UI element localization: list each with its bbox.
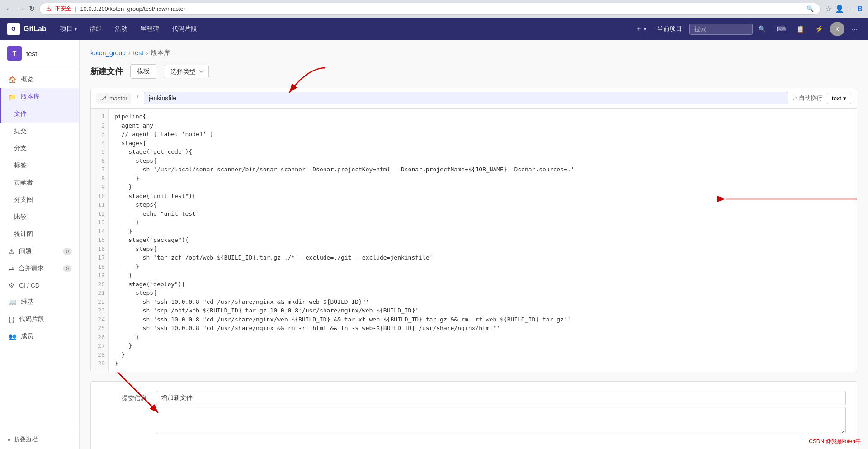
nav-milestones-label: 里程碑 xyxy=(140,25,159,33)
address-text: 10.0.0.200/koten_group/test/new/master xyxy=(80,5,803,12)
browser-bar: ← → ↻ ⚠ 不安全 | 10.0.0.200/koten_group/tes… xyxy=(0,0,868,18)
current-project-btn[interactable]: 当前项目 xyxy=(653,23,686,35)
template-button[interactable]: 模板 xyxy=(130,64,156,79)
commit-description-textarea[interactable] xyxy=(156,407,846,434)
text-format-button[interactable]: text ▾ xyxy=(827,93,851,104)
snippet-icon: { } xyxy=(9,316,14,323)
nav-item-groups[interactable]: 群组 xyxy=(83,18,108,40)
browser-actions: ☆ 👤 ··· B xyxy=(825,5,863,13)
collapse-label: 折叠边栏 xyxy=(14,435,38,444)
sidebar-collapse-btn[interactable]: « 折叠边栏 xyxy=(0,430,79,449)
editor-options: ⇌ 自动换行 text ▾ xyxy=(792,93,851,104)
app-body: T test 🏠 概览 📁 版本库 文件 提交 分支 标签 xyxy=(0,40,868,449)
repo-icon: 📁 xyxy=(9,93,16,100)
sidebar-item-wiki[interactable]: 📖 维基 xyxy=(0,293,79,311)
wrap-label: 自动换行 xyxy=(799,94,822,102)
more-options-btn[interactable]: ··· xyxy=(848,24,861,34)
nav-projects-chevron: ▾ xyxy=(75,27,77,32)
breadcrumb-sep-1: › xyxy=(128,49,131,57)
address-bar[interactable]: ⚠ 不安全 | 10.0.0.200/koten_group/test/new/… xyxy=(39,3,821,15)
auto-wrap-button[interactable]: ⇌ 自动换行 xyxy=(792,94,822,102)
gitlab-logo-icon: G xyxy=(7,23,20,35)
text-format-chevron: ▾ xyxy=(843,95,846,102)
breadcrumb: koten_group › test › 版本库 xyxy=(90,49,857,57)
sidebar-project-name[interactable]: test xyxy=(26,50,37,57)
current-project-label: 当前项目 xyxy=(657,25,682,33)
sidebar-tags-label: 标签 xyxy=(14,161,27,170)
user-avatar[interactable]: K xyxy=(830,22,844,36)
nav-item-projects[interactable]: 项目 ▾ xyxy=(54,18,83,40)
main-content: koten_group › test › 版本库 新建文件 模板 选择类型 xyxy=(80,40,868,449)
code-content[interactable]: pipeline{ agent any // agent { label 'no… xyxy=(109,109,857,372)
forward-button[interactable]: → xyxy=(17,5,24,13)
commit-message-row: 提交信息 ⌟ xyxy=(102,391,846,444)
sidebar: T test 🏠 概览 📁 版本库 文件 提交 分支 标签 xyxy=(0,40,80,449)
nav-item-activity[interactable]: 活动 xyxy=(108,18,134,40)
nav-groups-label: 群组 xyxy=(90,25,102,33)
sidebar-item-snippets[interactable]: { } 代码片段 xyxy=(0,311,79,328)
sidebar-item-compare[interactable]: 比较 xyxy=(0,208,79,226)
issues-btn[interactable]: 📋 xyxy=(793,24,808,34)
gitlab-logo-text: GitLab xyxy=(24,25,47,33)
breadcrumb-project[interactable]: test xyxy=(133,49,144,57)
search-icon: 🔍 xyxy=(807,5,814,12)
nav-item-milestones[interactable]: 里程碑 xyxy=(134,18,165,40)
home-icon: 🏠 xyxy=(9,76,16,83)
project-avatar: T xyxy=(7,46,22,61)
sidebar-item-contributors[interactable]: 贡献者 xyxy=(0,174,79,191)
global-search-input[interactable] xyxy=(689,24,753,35)
commit-form: 提交信息 ⌟ 目标分支 由此更改 新建合并请求 xyxy=(90,381,857,449)
nav-snippets-label: 代码片段 xyxy=(172,25,197,33)
nav-right: ＋▾ 当前项目 🔍 ⌨ 📋 ⚡ K ··· xyxy=(632,22,861,36)
sidebar-item-tags[interactable]: 标签 xyxy=(0,157,79,174)
sidebar-item-overview[interactable]: 🏠 概览 xyxy=(0,71,79,88)
security-warning: ⚠ xyxy=(46,5,52,12)
wrap-icon: ⇌ xyxy=(792,95,797,102)
type-select[interactable]: 选择类型 xyxy=(164,65,209,78)
search-icon-btn[interactable]: 🔍 xyxy=(755,24,769,34)
breadcrumb-group[interactable]: koten_group xyxy=(90,49,126,57)
back-button[interactable]: ← xyxy=(5,5,13,13)
sidebar-item-charts[interactable]: 统计图 xyxy=(0,226,79,243)
editor-container: ⎇ master / ⇌ 自动换行 text ▾ xyxy=(90,88,857,372)
sidebar-item-issues[interactable]: ⚠ 问题 0 xyxy=(0,243,79,260)
reload-button[interactable]: ↻ xyxy=(29,5,35,13)
csdn-watermark: CSDN @我是koten平 xyxy=(809,438,861,445)
commit-message-field: ⌟ xyxy=(156,391,846,444)
sidebar-charts-label: 统计图 xyxy=(14,230,33,238)
sidebar-item-members[interactable]: 👥 成员 xyxy=(0,328,79,345)
nav-item-snippets[interactable]: 代码片段 xyxy=(165,18,203,40)
profile-icon[interactable]: 👤 xyxy=(835,5,844,13)
sidebar-members-label: 成员 xyxy=(21,332,33,340)
sidebar-item-cicd[interactable]: ⚙ CI / CD xyxy=(0,277,79,293)
gitlab-logo[interactable]: G GitLab xyxy=(7,23,47,35)
nav-activity-label: 活动 xyxy=(115,25,127,33)
sidebar-item-graph[interactable]: 分支图 xyxy=(0,191,79,208)
extension-icon[interactable]: B xyxy=(857,5,863,13)
sidebar-item-files[interactable]: 文件 xyxy=(0,105,79,123)
sidebar-branches-label: 分支 xyxy=(14,144,27,152)
bookmark-icon[interactable]: ☆ xyxy=(825,5,831,13)
sidebar-item-commits[interactable]: 提交 xyxy=(0,123,79,140)
sidebar-overview-label: 概览 xyxy=(21,76,33,84)
code-editor[interactable]: 12345 678910 1112131415 1617181920 21222… xyxy=(91,109,857,372)
merge-requests-btn[interactable]: ⚡ xyxy=(811,24,826,34)
sidebar-item-branches[interactable]: 分支 xyxy=(0,140,79,157)
breadcrumb-current: 版本库 xyxy=(151,49,170,57)
branch-sep: / xyxy=(137,95,138,102)
sidebar-project: T test xyxy=(0,40,79,67)
file-name-input[interactable] xyxy=(144,92,788,104)
resize-handle: ⌟ xyxy=(156,434,846,444)
sidebar-item-mergerequests[interactable]: ⇄ 合并请求 0 xyxy=(0,260,79,277)
address-separator: | xyxy=(75,5,76,12)
sidebar-item-repository[interactable]: 📁 版本库 xyxy=(0,88,79,105)
nav-projects-label: 项目 xyxy=(60,25,73,33)
keyboard-shortcuts-btn[interactable]: ⌨ xyxy=(773,24,789,34)
sidebar-compare-label: 比较 xyxy=(14,213,27,221)
new-button[interactable]: ＋▾ xyxy=(632,23,650,35)
text-format-label: text xyxy=(832,95,841,102)
commit-message-input[interactable] xyxy=(156,391,846,405)
more-icon[interactable]: ··· xyxy=(848,5,854,13)
sidebar-repository-label: 版本库 xyxy=(21,93,40,101)
sidebar-wiki-label: 维基 xyxy=(21,298,33,306)
